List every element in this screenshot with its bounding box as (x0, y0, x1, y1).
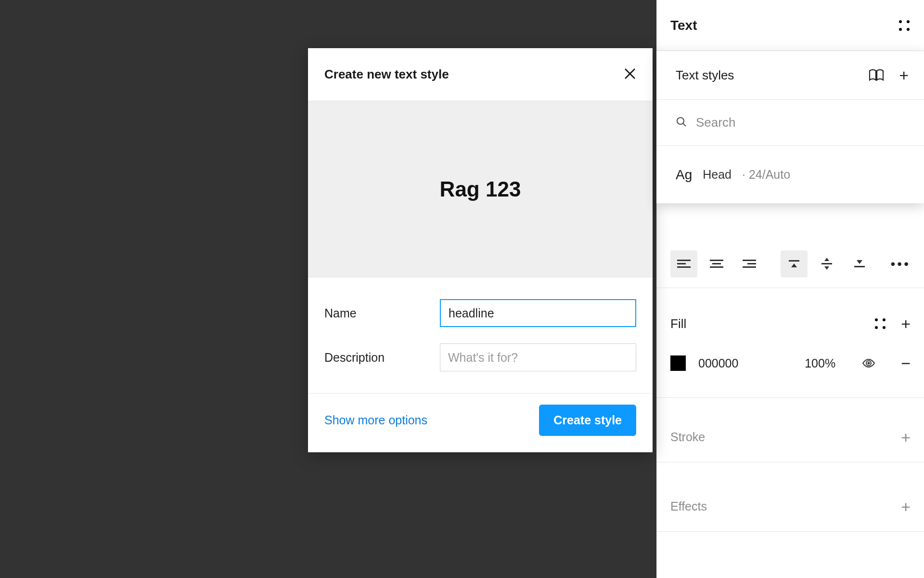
stroke-add-icon[interactable]: + (901, 429, 911, 446)
panel-title: Text (670, 18, 697, 33)
name-row: Name (324, 291, 636, 335)
text-style-meta: · 24/Auto (742, 168, 790, 182)
text-styles-popover: Text styles + Ag Head · 24/Auto (656, 51, 924, 203)
panel-text-header: Text (657, 0, 924, 51)
align-bottom-button[interactable] (846, 250, 873, 277)
text-styles-title: Text styles (676, 68, 734, 83)
stroke-label: Stroke (670, 430, 705, 444)
description-label: Description (324, 351, 440, 365)
create-style-button[interactable]: Create style (539, 405, 636, 436)
close-button[interactable] (624, 67, 636, 82)
align-left-button[interactable] (670, 250, 697, 277)
preview-text: Rag 123 (440, 177, 521, 201)
svg-line-2 (683, 123, 686, 126)
align-left-icon (677, 260, 691, 268)
text-styles-search-input[interactable] (696, 115, 905, 130)
fill-opacity-value[interactable]: 100% (805, 356, 835, 370)
style-name-input[interactable] (440, 299, 636, 327)
align-center-icon (710, 260, 723, 268)
effects-label: Effects (670, 499, 707, 513)
text-styles-search-row (656, 99, 924, 145)
fill-style-dots-icon[interactable] (874, 317, 886, 330)
svg-point-1 (677, 118, 684, 124)
add-style-icon[interactable]: + (899, 67, 909, 83)
name-label: Name (324, 306, 440, 320)
fill-add-icon[interactable]: + (901, 315, 911, 332)
fill-color-row[interactable]: 000000 100% − (670, 346, 911, 381)
fill-section: Fill + 000000 100% − (657, 302, 924, 398)
style-description-input[interactable] (440, 343, 636, 371)
fill-section-header: Fill + (670, 302, 911, 346)
text-style-sample: Ag (676, 167, 692, 183)
fill-swatch[interactable] (670, 355, 686, 371)
style-preview: Rag 123 (308, 101, 653, 277)
align-top-button[interactable] (781, 250, 808, 277)
visibility-icon[interactable] (861, 358, 876, 368)
align-middle-button[interactable] (813, 250, 840, 277)
align-right-button[interactable] (736, 250, 763, 277)
text-style-name: Head (703, 168, 732, 182)
align-right-icon (743, 260, 756, 268)
text-styles-header: Text styles + (656, 51, 924, 99)
align-bottom-icon (854, 260, 865, 267)
align-top-icon (789, 260, 799, 267)
style-form: Name Description (308, 277, 653, 394)
effects-section: Effects + (657, 482, 924, 532)
text-style-item[interactable]: Ag Head · 24/Auto (656, 145, 924, 203)
align-middle-icon (821, 258, 832, 270)
show-more-options-button[interactable]: Show more options (324, 413, 427, 427)
style-dots-icon[interactable] (898, 19, 911, 32)
close-icon (624, 67, 636, 80)
align-center-button[interactable] (703, 250, 730, 277)
library-icon[interactable] (868, 68, 885, 82)
fill-hex-value[interactable]: 000000 (698, 356, 738, 370)
text-align-row: ••• (657, 240, 924, 288)
description-row: Description (324, 335, 636, 380)
modal-title: Create new text style (324, 67, 449, 82)
effects-add-icon[interactable]: + (901, 499, 911, 515)
search-icon (676, 116, 687, 130)
modal-footer: Show more options Create style (308, 394, 653, 452)
vertical-align-group (781, 250, 873, 277)
create-text-style-modal: Create new text style Rag 123 Name Descr… (308, 48, 653, 452)
svg-point-0 (868, 362, 870, 365)
modal-header: Create new text style (308, 48, 653, 101)
fill-label: Fill (670, 316, 686, 331)
fill-remove-icon[interactable]: − (901, 355, 911, 371)
more-icon[interactable]: ••• (891, 256, 911, 272)
stroke-section: Stroke + (657, 412, 924, 462)
horizontal-align-group (670, 250, 763, 277)
